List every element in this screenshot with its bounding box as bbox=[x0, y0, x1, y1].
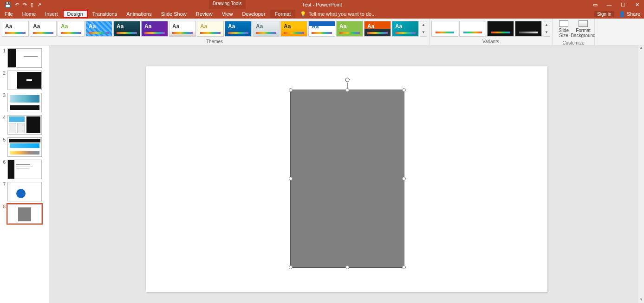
tab-insert[interactable]: Insert bbox=[40, 10, 63, 18]
slide-thumbnail-5[interactable] bbox=[7, 137, 42, 157]
slide-canvas[interactable] bbox=[146, 66, 547, 292]
theme-option[interactable]: Aa bbox=[30, 21, 57, 37]
slide-number: 5 bbox=[2, 137, 6, 157]
ribbon-display-options-icon[interactable]: ▭ bbox=[588, 2, 602, 8]
resize-handle-bottom-right[interactable] bbox=[402, 265, 406, 269]
format-background-icon bbox=[579, 20, 588, 27]
tab-transitions[interactable]: Transitions bbox=[88, 10, 122, 18]
variant-option[interactable] bbox=[515, 21, 542, 37]
slide-number: 7 bbox=[2, 182, 6, 201]
tab-animations[interactable]: Animations bbox=[122, 10, 156, 18]
theme-option[interactable]: Aa bbox=[308, 21, 335, 37]
slide-number: 2 bbox=[2, 71, 6, 90]
theme-option[interactable]: Aa bbox=[336, 21, 363, 37]
quick-access-toolbar: 💾 ↶ ↷ ▯ ↗ bbox=[0, 2, 41, 8]
svg-point-0 bbox=[345, 78, 349, 82]
slide-thumbnails-panel: 1 2 3 4 5 6 7 8 bbox=[0, 45, 49, 303]
group-label-variants: Variants bbox=[429, 39, 552, 45]
tab-developer[interactable]: Developer bbox=[237, 10, 270, 18]
tell-me-search[interactable]: 💡 Tell me what you want to do... bbox=[300, 11, 376, 17]
resize-handle-middle-right[interactable] bbox=[402, 177, 406, 181]
slide-thumbnail-8[interactable] bbox=[7, 204, 42, 224]
resize-handle-middle-left[interactable] bbox=[289, 177, 293, 181]
selected-rectangle-shape[interactable] bbox=[290, 90, 404, 268]
slide-thumbnail-3[interactable] bbox=[7, 93, 42, 112]
maximize-icon[interactable]: ☐ bbox=[616, 2, 630, 8]
close-icon[interactable]: ✕ bbox=[630, 2, 644, 8]
tab-file[interactable]: File bbox=[0, 10, 18, 18]
contextual-tab-label: Drawing Tools bbox=[209, 0, 246, 9]
theme-option[interactable]: Aa bbox=[253, 21, 280, 37]
resize-handle-bottom-left[interactable] bbox=[289, 265, 293, 269]
theme-option[interactable]: Aa bbox=[225, 21, 252, 37]
slide-thumbnail-4[interactable] bbox=[7, 115, 42, 135]
undo-icon[interactable]: ↶ bbox=[15, 2, 19, 8]
format-background-button[interactable]: Format Background bbox=[574, 20, 592, 39]
resize-handle-top-center[interactable] bbox=[345, 88, 349, 92]
variant-option[interactable] bbox=[459, 21, 486, 37]
variant-option[interactable] bbox=[487, 21, 514, 37]
slide-thumbnail-2[interactable] bbox=[7, 71, 42, 90]
theme-option[interactable]: Aa bbox=[280, 21, 307, 37]
start-from-beginning-icon[interactable]: ▯ bbox=[31, 2, 33, 8]
slide-number: 1 bbox=[2, 48, 6, 68]
theme-option[interactable]: Aa bbox=[392, 21, 419, 37]
scroll-down-icon[interactable]: ▼ bbox=[638, 297, 644, 303]
theme-option[interactable]: Aa bbox=[113, 21, 140, 37]
tab-view[interactable]: View bbox=[217, 10, 238, 18]
slide-thumbnail-1[interactable] bbox=[7, 48, 42, 68]
ribbon-tabs: File Home Insert Design Transitions Anim… bbox=[0, 9, 644, 19]
tab-format[interactable]: Format bbox=[270, 10, 296, 18]
tab-home[interactable]: Home bbox=[18, 10, 40, 18]
slide-size-button[interactable]: Slide Size bbox=[554, 20, 573, 39]
themes-more-button[interactable]: ▲▼ bbox=[420, 21, 427, 37]
redo-icon[interactable]: ↷ bbox=[23, 2, 27, 8]
resize-handle-top-right[interactable] bbox=[402, 88, 406, 92]
scroll-up-icon[interactable]: ▲ bbox=[638, 45, 644, 51]
slide-number: 6 bbox=[2, 160, 6, 179]
rotate-handle[interactable] bbox=[345, 77, 350, 83]
slide-number: 3 bbox=[2, 93, 6, 112]
theme-option[interactable]: Aa bbox=[58, 21, 85, 37]
tell-me-placeholder: Tell me what you want to do... bbox=[308, 11, 376, 17]
ribbon: Aa Aa Aa Aa Aa Aa Aa Aa Aa Aa Aa Aa Aa A… bbox=[0, 19, 644, 45]
tab-slideshow[interactable]: Slide Show bbox=[156, 10, 191, 18]
resize-handle-top-left[interactable] bbox=[289, 88, 293, 92]
main-area: 1 2 3 4 5 6 7 8 bbox=[0, 45, 644, 303]
share-button[interactable]: 👤 Share bbox=[619, 11, 640, 17]
vertical-scrollbar[interactable]: ▲ ▼ bbox=[638, 45, 644, 303]
window-controls: ▭ — ☐ ✕ bbox=[588, 2, 644, 8]
save-icon[interactable]: 💾 bbox=[5, 2, 11, 8]
lightbulb-icon: 💡 bbox=[300, 11, 306, 17]
theme-office[interactable]: Aa bbox=[2, 21, 29, 37]
slide-canvas-area bbox=[49, 45, 644, 303]
theme-option[interactable]: Aa bbox=[141, 21, 168, 37]
touch-mode-icon[interactable]: ↗ bbox=[37, 2, 41, 8]
theme-option[interactable]: Aa bbox=[169, 21, 196, 37]
title-bar: 💾 ↶ ↷ ▯ ↗ Drawing Tools Test - PowerPoin… bbox=[0, 0, 644, 9]
slide-thumbnail-7[interactable] bbox=[7, 182, 42, 201]
theme-option[interactable]: Aa bbox=[197, 21, 224, 37]
slide-size-icon bbox=[559, 20, 568, 27]
rotate-stem bbox=[347, 83, 348, 88]
slide-number: 8 bbox=[2, 204, 6, 224]
tab-design[interactable]: Design bbox=[63, 10, 88, 18]
variants-more-button[interactable]: ▲▼ bbox=[543, 21, 550, 37]
minimize-icon[interactable]: — bbox=[602, 2, 616, 8]
resize-handle-bottom-center[interactable] bbox=[345, 265, 349, 269]
tab-review[interactable]: Review bbox=[191, 10, 217, 18]
slide-thumbnail-6[interactable] bbox=[7, 160, 42, 179]
variant-option[interactable] bbox=[431, 21, 458, 37]
theme-option[interactable]: Aa bbox=[85, 21, 112, 37]
slide-number: 4 bbox=[2, 115, 6, 135]
document-title: Test - PowerPoint bbox=[302, 2, 342, 7]
theme-option[interactable]: Aa bbox=[364, 21, 391, 37]
group-label-themes: Themes bbox=[0, 39, 429, 45]
sign-in-button[interactable]: Sign in bbox=[594, 11, 614, 17]
